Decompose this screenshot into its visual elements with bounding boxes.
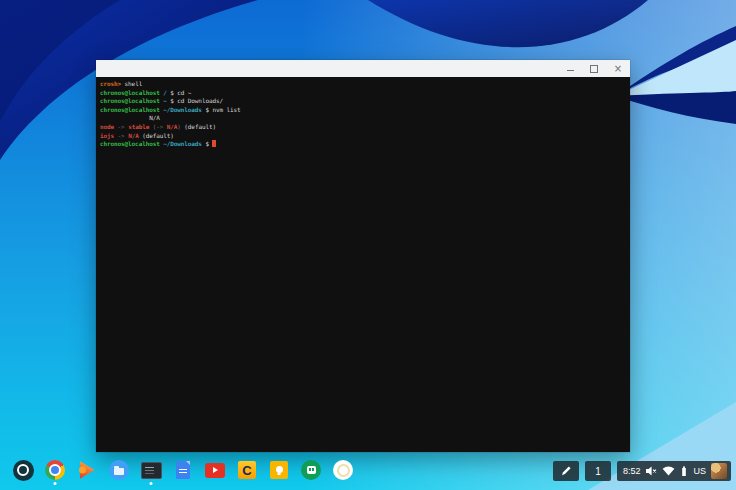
files-icon <box>109 460 129 480</box>
chrome-app-button[interactable] <box>44 459 66 481</box>
files-app-button[interactable] <box>108 459 130 481</box>
shelf: C 1 8:52 <box>0 456 736 490</box>
notification-count: 1 <box>595 466 601 477</box>
close-button[interactable]: × <box>613 64 623 74</box>
maximize-button[interactable] <box>589 64 599 74</box>
maximize-icon <box>590 65 598 73</box>
user-avatar <box>711 463 727 479</box>
caret-icon: C <box>238 461 256 479</box>
volume-muted-icon <box>645 465 657 477</box>
app-launcher-button[interactable] <box>12 459 34 481</box>
white-ring-app-button[interactable] <box>332 459 354 481</box>
window-titlebar[interactable]: × <box>96 60 630 77</box>
chrome-icon <box>45 460 65 480</box>
notification-counter-button[interactable]: 1 <box>585 461 611 481</box>
status-area: 1 8:52 US <box>553 461 731 481</box>
terminal-icon <box>141 462 162 479</box>
play-store-app-button[interactable] <box>76 459 98 481</box>
app-launcher-icon <box>13 460 34 481</box>
battery-icon <box>680 465 688 477</box>
pencil-icon <box>560 465 572 477</box>
running-indicator <box>150 482 153 485</box>
play-store-disc <box>79 467 86 474</box>
shelf-app-list: C <box>12 459 354 481</box>
minimize-icon <box>567 70 574 71</box>
keep-icon <box>270 461 288 479</box>
google-keep-app-button[interactable] <box>268 459 290 481</box>
google-docs-app-button[interactable] <box>172 459 194 481</box>
desktop: × crosh> shellchronos@localhost / $ cd ~… <box>0 0 736 490</box>
youtube-icon <box>205 463 225 478</box>
terminal-pane[interactable]: crosh> shellchronos@localhost / $ cd ~ch… <box>96 77 630 452</box>
stylus-tools-button[interactable] <box>553 461 579 481</box>
keyboard-layout-indicator: US <box>693 466 706 476</box>
close-icon: × <box>614 64 622 74</box>
minimize-button[interactable] <box>565 64 575 74</box>
caret-letter: C <box>242 464 251 477</box>
youtube-app-button[interactable] <box>204 459 226 481</box>
crosh-terminal-window: × crosh> shellchronos@localhost / $ cd ~… <box>96 60 630 452</box>
hangouts-app-button[interactable] <box>300 459 322 481</box>
docs-icon <box>176 461 190 479</box>
hangouts-icon <box>301 460 321 480</box>
terminal-cursor <box>212 140 216 147</box>
terminal-output: crosh> shellchronos@localhost / $ cd ~ch… <box>100 80 630 149</box>
wifi-icon <box>662 466 675 476</box>
clock: 8:52 <box>623 466 641 476</box>
crosh-terminal-app-button[interactable] <box>140 459 162 481</box>
running-indicator <box>54 482 57 485</box>
caret-app-button[interactable]: C <box>236 459 258 481</box>
white-ring-icon <box>333 460 353 480</box>
system-tray[interactable]: 8:52 US <box>617 461 731 481</box>
